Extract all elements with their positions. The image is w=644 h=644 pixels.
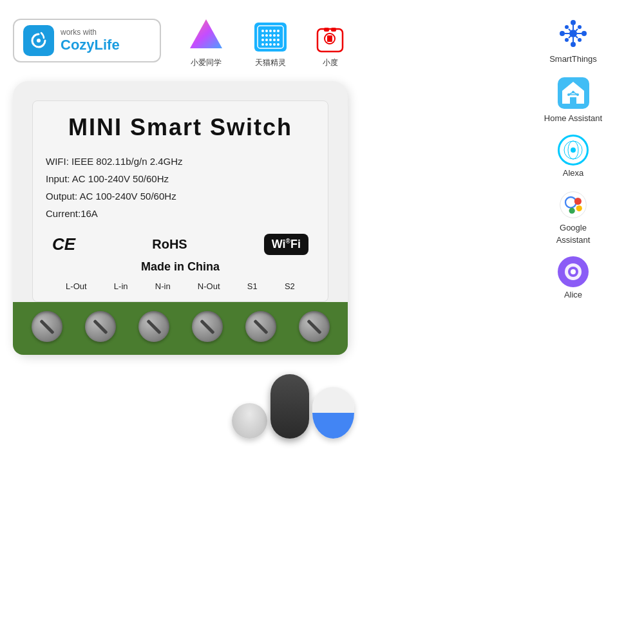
spec-wifi: WIFI: IEEE 802.11b/g/n 2.4GHz [46,153,315,170]
xiaoai-item: 小爱同学 [187,16,225,68]
alexa-label: Alexa [563,168,584,178]
terminal-labels: L-Out L-in N-in N-Out S1 S2 [46,281,315,291]
svg-point-20 [261,43,264,46]
wifi-text2: Fi [290,238,301,251]
alexa-inner-icon [562,138,585,162]
terminal-s2: S2 [285,281,295,291]
svg-point-60 [574,198,582,205]
alice-item: Alice [515,256,631,299]
svg-point-18 [273,39,276,41]
svg-rect-26 [324,28,329,32]
terminal-l-out: L-Out [66,281,87,291]
right-panel: SmartThings Home Assistant [515,13,631,631]
screw-6 [299,311,330,342]
tmall-icon [251,19,290,55]
screw-1 [32,311,62,342]
svg-point-31 [571,20,576,25]
svg-point-34 [582,31,587,36]
svg-point-1 [37,39,41,43]
alexa-icon [558,135,589,166]
svg-point-57 [571,147,576,153]
svg-point-59 [565,197,576,208]
alice-inner-icon [563,261,583,282]
rohs-mark: RoHS [152,237,187,252]
svg-point-24 [277,43,279,46]
svg-point-10 [261,34,264,37]
svg-point-11 [265,34,268,37]
svg-point-16 [265,39,268,41]
spec-input: Input: AC 100-240V 50/60Hz [46,170,315,187]
smartthings-item: SmartThings [515,16,631,64]
device-container: MINI Smart Switch WIFI: IEEE 802.11b/g/n… [13,81,348,355]
terminal-s1: S1 [247,281,258,291]
speakers-area [13,374,361,445]
tmall-item: 天猫精灵 [251,19,290,68]
svg-point-40 [578,25,582,29]
xiaodu-icon [316,26,345,55]
homeassistant-item: Home Assistant [515,75,631,123]
alexa-item: Alexa [515,135,631,178]
cozylife-badge: works with CozyLife [13,19,161,62]
device-label-area: MINI Smart Switch WIFI: IEEE 802.11b/g/n… [32,100,328,302]
svg-rect-3 [254,23,287,52]
smartthings-label: SmartThings [549,54,597,64]
tmall-label: 天猫精灵 [255,57,286,68]
terminal-n-in: N-in [155,281,171,291]
svg-rect-29 [327,35,332,42]
alice-icon [558,256,589,287]
left-panel: works with CozyLife [13,13,502,631]
homeassistant-label: Home Assistant [544,113,602,123]
svg-point-13 [273,34,276,37]
svg-point-9 [277,30,279,32]
top-assistants: 小爱同学 [161,16,345,68]
svg-marker-2 [190,19,222,48]
smartthings-icon [556,16,591,52]
spec-current: Current:16A [46,205,315,222]
svg-point-32 [571,42,576,47]
wifi-registered: ® [286,238,290,245]
svg-point-14 [277,34,279,37]
svg-point-42 [578,38,582,42]
svg-line-46 [576,36,578,38]
header-row: works with CozyLife [13,13,502,68]
device-title: MINI Smart Switch [46,114,315,141]
svg-point-65 [571,269,576,274]
svg-line-45 [569,36,571,38]
spec-output: Output: AC 100-240V 50/60Hz [46,187,315,205]
cozylife-works-label: works with [61,28,120,37]
cozylife-text: works with CozyLife [61,28,120,53]
svg-point-62 [569,208,575,214]
svg-point-21 [265,43,268,46]
homeassistant-icon [556,75,591,111]
screw-4 [192,311,223,342]
xiaoai-icon [187,16,225,55]
xiaodu-label: 小度 [323,57,338,68]
google-home-speaker [312,387,354,439]
xiaoai-label: 小爱同学 [191,57,222,68]
google-assistant-inner-icon [558,188,589,222]
wifi-badge: Wi®Fi [264,234,308,255]
terminal-n-out: N-Out [198,281,220,291]
google-assistant-icon [558,189,589,220]
svg-point-17 [269,39,272,41]
svg-point-39 [565,25,569,29]
terminal-block [13,302,348,355]
xiaodu-item: 小度 [316,26,345,68]
amazon-echo-speaker [270,374,309,439]
cozylife-icon [23,25,54,56]
svg-point-61 [576,205,582,211]
screw-3 [138,311,169,342]
google-assistant-label-1: Google [560,223,587,232]
wifi-text: Wi [272,238,286,251]
speaker-group [232,374,354,439]
svg-point-23 [273,43,276,46]
svg-point-8 [273,30,276,32]
ce-mark: CE [52,234,75,254]
svg-point-19 [277,39,279,41]
svg-line-44 [576,29,578,31]
svg-point-6 [265,30,268,32]
google-mini-speaker [232,403,267,439]
svg-rect-27 [331,28,336,32]
terminal-l-in: L-in [114,281,128,291]
svg-point-7 [269,30,272,32]
